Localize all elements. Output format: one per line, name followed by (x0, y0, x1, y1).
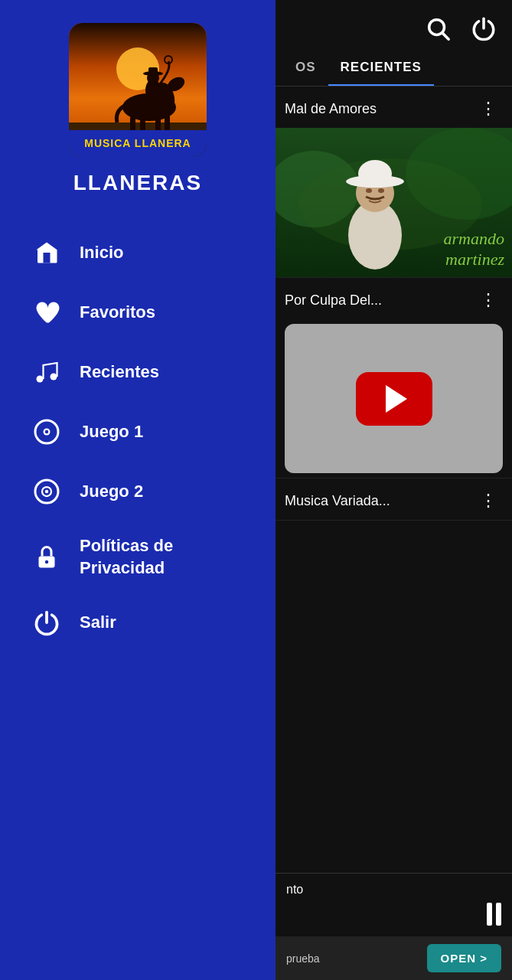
sidebar-item-inicio-label: Inicio (80, 243, 123, 263)
artist-overlay: armando martinez (444, 229, 504, 270)
tab-recientes[interactable]: RECIENTES (328, 51, 434, 86)
svg-point-36 (358, 160, 392, 188)
now-playing-track: nto (286, 883, 501, 897)
tab-os[interactable]: OS (283, 51, 328, 86)
sidebar-nav: Inicio Favoritos Recientes (0, 226, 276, 649)
sidebar-item-privacidad[interactable]: Políticas de Privacidad (23, 524, 253, 590)
sidebar-item-juego1-label: Juego 1 (80, 422, 143, 442)
disc2-icon (31, 475, 63, 508)
svg-point-17 (37, 376, 44, 383)
now-playing-bar: nto (276, 873, 512, 936)
sidebar-item-favoritos[interactable]: Favoritos (23, 286, 253, 339)
sidebar-item-privacidad-label: Políticas de Privacidad (80, 535, 245, 579)
sidebar-title: LLANERAS (73, 171, 202, 195)
svg-point-24 (45, 490, 49, 494)
more-options-button[interactable]: ⋮ (474, 489, 503, 512)
sidebar: MUSICA LLANERA LLANERAS Inicio Favoritos (0, 0, 276, 980)
pause-button[interactable] (487, 903, 501, 926)
track-title: Mal de Amores (285, 101, 377, 117)
pause-bar-left (487, 903, 492, 926)
app-logo: MUSICA LLANERA (69, 23, 207, 157)
search-button[interactable] (423, 14, 452, 43)
pause-bar-right (496, 903, 501, 926)
svg-point-18 (51, 374, 57, 381)
sidebar-item-recientes[interactable]: Recientes (23, 345, 253, 399)
thumbnail[interactable]: armando martinez (276, 128, 512, 277)
svg-rect-13 (148, 67, 158, 75)
music-icon (31, 356, 63, 388)
sidebar-item-juego2[interactable]: Juego 2 (23, 465, 253, 518)
list-item: Musica Variada... ⋮ (276, 479, 512, 521)
list-item: Por Culpa Del... ⋮ (276, 278, 512, 479)
top-bar (276, 0, 512, 51)
list-item: Mal de Amores ⋮ (276, 87, 512, 278)
youtube-play-button[interactable] (356, 372, 432, 426)
content-list: Mal de Amores ⋮ (276, 87, 512, 873)
home-icon (31, 237, 63, 269)
track-title: Por Culpa Del... (285, 292, 382, 309)
open-button[interactable]: OPEN > (427, 944, 501, 972)
tabs-bar: OS RECIENTES (276, 51, 512, 87)
more-options-button[interactable]: ⋮ (474, 97, 503, 120)
ad-text: prueba (286, 952, 320, 965)
list-item-header: Musica Variada... ⋮ (276, 479, 512, 520)
svg-point-21 (45, 430, 49, 434)
svg-point-26 (45, 560, 49, 564)
sidebar-item-juego2-label: Juego 2 (80, 482, 143, 501)
sidebar-item-favoritos-label: Favoritos (80, 302, 155, 322)
list-item-header: Mal de Amores ⋮ (276, 87, 512, 128)
sidebar-item-juego1[interactable]: Juego 1 (23, 405, 253, 459)
sidebar-item-recientes-label: Recientes (80, 362, 159, 382)
sidebar-item-salir-label: Salir (80, 612, 116, 632)
more-options-button[interactable]: ⋮ (474, 289, 503, 312)
disc-icon (31, 416, 63, 448)
heart-icon (31, 296, 63, 328)
svg-text:MUSICA LLANERA: MUSICA LLANERA (84, 137, 191, 149)
main-content: OS RECIENTES Mal de Amores ⋮ (276, 0, 512, 980)
search-icon (425, 15, 451, 41)
track-title: Musica Variada... (285, 493, 390, 509)
power-icon-top (471, 15, 497, 41)
power-button[interactable] (469, 14, 498, 43)
lock-icon (31, 541, 63, 573)
logo-image: MUSICA LLANERA (69, 23, 207, 157)
ad-bar: prueba OPEN > (276, 936, 512, 980)
svg-line-28 (442, 33, 448, 39)
playback-controls (286, 903, 501, 926)
list-item-header: Por Culpa Del... ⋮ (276, 278, 512, 319)
sidebar-item-inicio[interactable]: Inicio (23, 226, 253, 279)
sidebar-item-salir[interactable]: Salir (23, 596, 253, 649)
youtube-thumbnail[interactable] (285, 324, 503, 473)
power-icon (31, 606, 63, 639)
svg-point-38 (378, 188, 384, 193)
svg-point-37 (366, 188, 372, 193)
